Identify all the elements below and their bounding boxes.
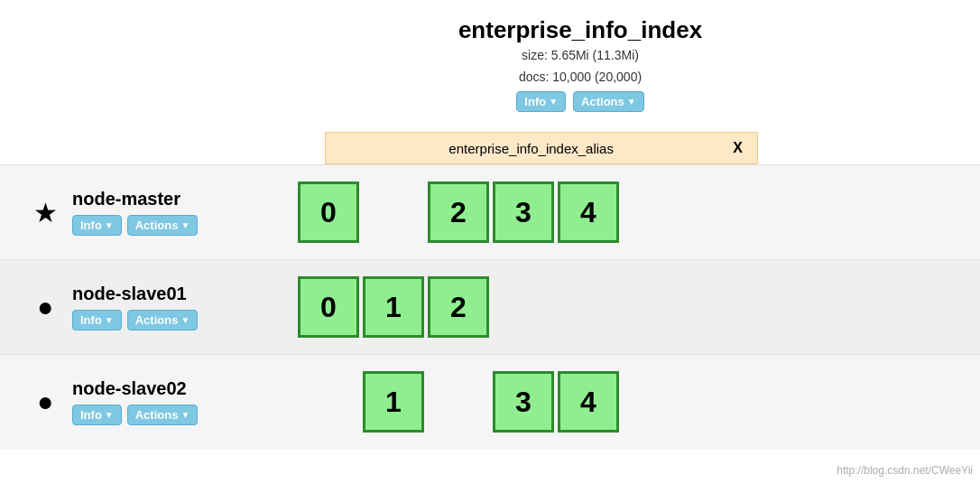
node-row-slave01: ● node-slave01 Info ▼ Actions ▼ 0 1 2 <box>0 259 980 354</box>
shard-box: 1 <box>363 276 424 338</box>
node-master-buttons: Info ▼ Actions ▼ <box>72 215 280 236</box>
main-container: enterprise_info_index size: 5.65Mi (11.3… <box>0 0 980 484</box>
alias-name: enterprise_info_index_alias <box>340 141 722 156</box>
chevron-down-icon: ▼ <box>105 410 114 420</box>
shard-box: 3 <box>493 371 554 433</box>
chevron-down-icon: ▼ <box>180 315 190 325</box>
node-slave02-info: node-slave02 Info ▼ Actions ▼ <box>72 378 280 425</box>
index-docs: docs: 10,000 (20,000) <box>180 70 980 84</box>
node-master-actions-button[interactable]: Actions ▼ <box>127 215 199 236</box>
shard-box: 4 <box>558 182 619 243</box>
index-buttons: Info ▼ Actions ▼ <box>180 91 980 112</box>
shard-box: 3 <box>493 182 554 243</box>
node-master-icon: ★ <box>18 197 72 228</box>
chevron-down-icon: ▼ <box>180 410 190 420</box>
index-info-button[interactable]: Info ▼ <box>516 91 566 112</box>
node-slave02-name: node-slave02 <box>72 378 280 399</box>
chevron-down-icon: ▼ <box>105 315 114 325</box>
shard-box: 1 <box>363 371 424 433</box>
index-title: enterprise_info_index <box>180 16 980 44</box>
node-master-info: node-master Info ▼ Actions ▼ <box>72 189 280 236</box>
node-master-info-button[interactable]: Info ▼ <box>72 215 122 236</box>
node-slave02-actions-button[interactable]: Actions ▼ <box>127 405 199 425</box>
node-slave01-buttons: Info ▼ Actions ▼ <box>72 310 280 330</box>
alias-close-button[interactable]: X <box>733 140 743 156</box>
node-slave02-icon: ● <box>18 386 72 417</box>
chevron-down-icon: ▼ <box>105 220 114 230</box>
shard-box: 4 <box>558 371 619 433</box>
node-slave01-actions-button[interactable]: Actions ▼ <box>127 310 199 330</box>
node-master-name: node-master <box>72 189 280 209</box>
watermark: http://blog.csdn.net/CWeeYii <box>837 464 973 477</box>
shard-box: 2 <box>428 276 489 338</box>
chevron-down-icon: ▼ <box>549 97 558 107</box>
alias-bar: enterprise_info_index_alias X <box>325 132 758 164</box>
index-header: enterprise_info_index size: 5.65Mi (11.3… <box>180 0 980 132</box>
node-slave02-info-button[interactable]: Info ▼ <box>72 405 122 425</box>
node-slave01-info: node-slave01 Info ▼ Actions ▼ <box>72 284 280 330</box>
node-slave02-buttons: Info ▼ Actions ▼ <box>72 405 280 425</box>
node-slave02-shards: 1 3 4 <box>280 371 962 433</box>
shard-box: 2 <box>428 182 489 243</box>
node-slave01-icon: ● <box>18 292 72 322</box>
index-actions-button[interactable]: Actions ▼ <box>573 91 644 112</box>
node-slave01-shards: 0 1 2 <box>280 276 962 338</box>
nodes-section: ★ node-master Info ▼ Actions ▼ 0 2 <box>0 164 980 449</box>
node-slave01-name: node-slave01 <box>72 284 280 304</box>
chevron-down-icon: ▼ <box>627 97 636 107</box>
node-slave01-info-button[interactable]: Info ▼ <box>72 310 122 330</box>
chevron-down-icon: ▼ <box>180 220 190 230</box>
index-size: size: 5.65Mi (11.3Mi) <box>180 48 980 62</box>
shard-box: 0 <box>298 276 359 338</box>
shard-box: 0 <box>298 182 359 243</box>
node-master-shards: 0 2 3 4 <box>280 182 962 243</box>
node-row-slave02: ● node-slave02 Info ▼ Actions ▼ 1 <box>0 354 980 449</box>
node-row-master: ★ node-master Info ▼ Actions ▼ 0 2 <box>0 164 980 259</box>
